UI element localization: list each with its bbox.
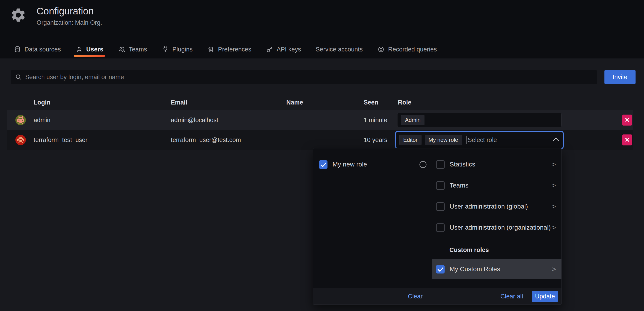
menu-item-my-new-role[interactable]: My new role xyxy=(313,154,432,175)
chevron-right-icon: > xyxy=(552,202,556,210)
menu-item-label: Statistics xyxy=(450,161,475,168)
tab-data-sources[interactable]: Data sources xyxy=(13,46,62,58)
role-picker-admin[interactable]: Admin xyxy=(397,113,562,127)
users-icon xyxy=(118,46,125,53)
delete-user-button[interactable]: ✕ xyxy=(622,114,632,126)
info-icon[interactable] xyxy=(419,160,427,169)
tab-label: Data sources xyxy=(24,46,61,53)
page-title: Configuration xyxy=(36,6,102,16)
checkbox-checked[interactable] xyxy=(436,265,444,274)
tab-label: API keys xyxy=(277,46,301,53)
search-icon xyxy=(15,74,22,81)
page-header: Configuration Organization: Main Org. xyxy=(10,6,102,26)
tab-label: Service accounts xyxy=(316,46,363,53)
invite-button[interactable]: Invite xyxy=(604,70,636,84)
clear-button[interactable]: Clear xyxy=(406,293,424,300)
tab-plugins[interactable]: Plugins xyxy=(161,46,194,58)
login-cell: terraform_test_user xyxy=(34,136,88,144)
users-toolbar: Invite xyxy=(11,70,636,84)
record-icon xyxy=(377,46,385,53)
checkbox-unchecked[interactable] xyxy=(436,160,444,169)
database-icon xyxy=(14,46,21,53)
tab-preferences[interactable]: Preferences xyxy=(206,46,252,58)
text-caret xyxy=(466,136,467,144)
avatar xyxy=(15,135,26,145)
seen-cell: 1 minute xyxy=(364,116,388,124)
role-picker-open[interactable]: Editor My new role Select role xyxy=(395,131,564,149)
key-icon xyxy=(266,46,273,53)
close-icon: ✕ xyxy=(624,136,630,144)
role-chip[interactable]: Admin xyxy=(401,115,424,125)
chevron-right-icon: > xyxy=(552,182,556,189)
table-header: Login Email Name Seen Role xyxy=(7,97,637,108)
tab-api-keys[interactable]: API keys xyxy=(265,46,302,58)
role-chip[interactable]: My new role xyxy=(425,135,462,145)
plug-icon xyxy=(162,46,169,53)
checkbox-checked[interactable] xyxy=(319,160,328,169)
tab-label: Teams xyxy=(129,46,147,53)
email-cell: terraform_user@test.com xyxy=(171,136,241,144)
seen-cell: 10 years xyxy=(364,136,388,144)
role-chip[interactable]: Editor xyxy=(399,135,422,145)
tab-label: Users xyxy=(86,46,103,53)
search-input[interactable] xyxy=(11,70,597,84)
menu-item-label: My new role xyxy=(332,161,367,168)
checkbox-unchecked[interactable] xyxy=(436,202,444,211)
active-tab-underline xyxy=(74,55,105,57)
tab-label: Recorded queries xyxy=(388,46,437,53)
chevron-right-icon: > xyxy=(552,265,556,273)
update-button[interactable]: Update xyxy=(532,291,558,302)
menu-item-user-admin-global[interactable]: User administration (global) > xyxy=(432,196,562,217)
grafana-org-users-page: { "page": { "title": "Configuration", "s… xyxy=(0,0,644,311)
page-subtitle: Organization: Main Org. xyxy=(36,19,102,26)
role-groups-panel: Statistics > Teams > User administration… xyxy=(432,148,562,304)
table-row: admin admin@localhost 1 minute Admin ✕ xyxy=(7,110,633,130)
custom-roles-header: Custom roles xyxy=(432,246,562,254)
tab-teams[interactable]: Teams xyxy=(117,46,148,58)
chevron-right-icon: > xyxy=(552,160,556,168)
role-select-placeholder-wrap: Select role xyxy=(466,136,497,144)
col-header-role: Role xyxy=(398,99,412,106)
menu-item-label: User administration (organizational) xyxy=(450,224,551,231)
chevron-right-icon: > xyxy=(552,224,556,232)
tab-users[interactable]: Users xyxy=(74,46,104,58)
gear-icon xyxy=(10,7,26,23)
tab-recorded-queries[interactable]: Recorded queries xyxy=(376,46,438,58)
menu-item-label: Teams xyxy=(450,182,468,189)
tab-label: Preferences xyxy=(218,46,251,53)
close-icon: ✕ xyxy=(624,116,630,124)
menu-item-teams[interactable]: Teams > xyxy=(432,175,562,196)
content-area: Invite Login Email Name Seen Role xyxy=(0,59,644,311)
menu-item-user-admin-org[interactable]: User administration (organizational) > xyxy=(432,217,562,238)
col-header-name: Name xyxy=(286,99,303,106)
clear-all-button[interactable]: Clear all xyxy=(499,293,524,300)
col-header-seen: Seen xyxy=(364,99,378,106)
role-select-placeholder: Select role xyxy=(468,136,497,144)
chevron-up-icon[interactable] xyxy=(553,138,559,144)
checkbox-unchecked[interactable] xyxy=(436,224,444,232)
tabbar: Data sources Users Teams Plugins Pref xyxy=(13,46,450,58)
menu-item-statistics[interactable]: Statistics > xyxy=(432,154,562,175)
table-row: terraform_test_user terraform_user@test.… xyxy=(7,130,633,150)
col-header-email: Email xyxy=(171,99,187,106)
tab-label: Plugins xyxy=(172,46,193,53)
selected-roles-panel: My new role Clear xyxy=(313,148,432,304)
role-picker-dropdown: My new role Clear Statistics > xyxy=(313,148,562,304)
avatar xyxy=(15,115,26,125)
sliders-icon xyxy=(207,46,214,53)
tab-service-accounts[interactable]: Service accounts xyxy=(315,46,364,58)
menu-item-label: My Custom Roles xyxy=(450,266,500,273)
topbar: Configuration Organization: Main Org. Da… xyxy=(0,0,644,59)
menu-item-my-custom-roles[interactable]: My Custom Roles > xyxy=(432,259,562,279)
user-icon xyxy=(76,46,83,53)
email-cell: admin@localhost xyxy=(171,116,218,124)
menu-item-label: User administration (global) xyxy=(450,203,528,210)
delete-user-button[interactable]: ✕ xyxy=(622,134,632,146)
checkbox-unchecked[interactable] xyxy=(436,181,444,190)
col-header-login: Login xyxy=(34,99,50,106)
search-field-wrap xyxy=(11,70,597,84)
right-panel-footer: Clear all Update xyxy=(432,288,562,304)
left-panel-footer: Clear xyxy=(313,288,432,304)
login-cell: admin xyxy=(34,116,50,124)
